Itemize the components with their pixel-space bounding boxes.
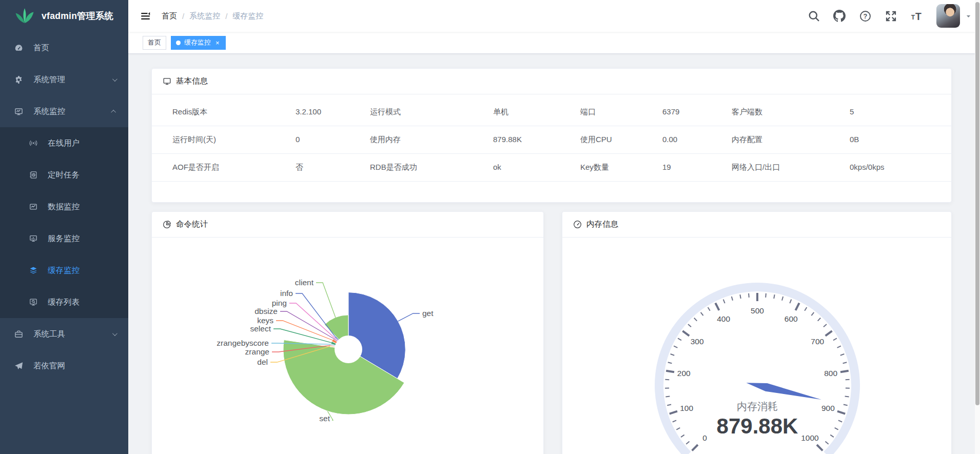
gauge-tick [818,318,821,321]
chevron-down-icon [112,76,117,82]
hamburger-icon[interactable] [141,11,150,21]
sidebar-item-label: 数据监控 [48,202,80,212]
sidebar-item-label: 系统工具 [33,329,65,340]
gauge-tick [835,428,838,430]
pie-leader-line [398,313,420,321]
fullscreen-button[interactable] [884,9,897,23]
info-value: 否 [275,163,349,172]
pie-slice-label: info [280,289,293,298]
user-menu[interactable] [936,4,972,28]
sidebar-item-label: 在线用户 [48,138,80,149]
gauge-tick [824,324,827,327]
gauge-tick [796,303,799,310]
chevron-down-icon [112,331,117,336]
pie-leader-line [316,283,336,318]
breadcrumb-item: 系统监控 [189,11,220,21]
gauge-tick [833,338,837,340]
command-pie-chart[interactable]: getsetdelzrangezrangebyscoreselectkeysdb… [152,238,543,454]
basic-info-card: 基本信息 Redis版本3.2.100运行模式单机端口6379客户端数5运行时间… [151,68,952,203]
tag-active[interactable]: 缓存监控× [171,36,226,50]
gauge-tick [708,307,710,311]
monitor-icon [163,77,171,86]
search-button[interactable] [807,9,820,23]
sidebar-item-data-monitor[interactable]: 数据监控 [0,191,128,223]
app-title: vfadmin管理系统 [42,10,113,22]
gauge-series-name: 内存消耗 [737,401,778,412]
main-area: 首页/系统监控/缓存监控 ?TT 首页缓存监控× 基本信息 Redis版本3.2… [128,0,980,454]
gauge-tick [678,338,681,340]
memory-info-title: 内存信息 [586,219,618,230]
gauge-tick-label: 600 [785,314,798,323]
paper-plane-icon [14,362,23,370]
pie-slice-label: set [319,414,330,423]
sidebar-item-system-tools[interactable]: 系统工具 [0,318,128,350]
gauge-tick [830,435,834,438]
gauge-tick [774,294,775,299]
pie-slice-label: dbsize [254,307,278,315]
sidebar-item-home[interactable]: 首页 [0,32,128,64]
breadcrumb-item: 缓存监控 [232,11,263,21]
pie-slice-label: del [257,358,268,366]
gauge-tick [837,346,841,347]
server-icon [29,234,37,243]
info-label: Redis版本 [152,107,275,117]
tag-item[interactable]: 首页 [143,36,166,50]
info-value: 0 [275,135,349,145]
info-value: 6379 [642,107,711,117]
gauge-tick [732,297,733,301]
gauge-tick [676,428,680,430]
sidebar-item-cache-list[interactable]: 缓存列表 [0,286,128,318]
fullscreen-icon [885,10,897,22]
gauge-tick [681,435,684,438]
github-button[interactable] [833,9,846,23]
chevron-up-icon [111,109,116,114]
pie-slice-label: client [295,278,314,287]
sidebar-item-ruoyi-site[interactable]: 若依官网 [0,350,128,382]
sidebar-item-scheduled-tasks[interactable]: 定时任务 [0,159,128,191]
sidebar-item-server-monitor[interactable]: 服务监控 [0,223,128,254]
memory-gauge-chart[interactable]: 01002003004005006007008009001000内存消耗879.… [562,238,951,454]
sidebar-item-label: 缓存列表 [48,297,80,308]
gauge-tick [692,445,698,450]
logo[interactable]: vfadmin管理系统 [0,0,128,32]
gauge-tick [845,397,849,397]
info-value: ok [473,163,560,172]
app-root: vfadmin管理系统 首页系统管理系统监控在线用户定时任务数据监控服务监控缓存… [0,0,980,454]
gauge-tick [840,354,845,356]
breadcrumb-item[interactable]: 首页 [162,11,177,21]
tag-label: 缓存监控 [184,38,211,47]
gear-icon [14,75,23,84]
gauge-tick [817,445,822,450]
sidebar-item-system-manage[interactable]: 系统管理 [0,64,128,95]
caret-down-icon [965,13,972,19]
pie-slice-label: get [422,309,434,318]
gauge-tick [826,331,832,335]
gauge-tick-label: 400 [717,314,730,323]
svg-text:T: T [911,13,915,21]
info-value: 0kps/0kps [829,163,951,172]
gauge-tick [665,397,670,397]
sidebar-item-online-users[interactable]: 在线用户 [0,127,128,159]
gauge-tick-label: 500 [751,306,764,315]
scrollbar-thumb[interactable] [975,2,979,405]
sidebar-item-cache-monitor[interactable]: 缓存监控 [0,254,128,286]
gauge-tick [790,300,791,304]
user-avatar[interactable] [936,4,960,28]
gauge-tick-label: 300 [691,337,704,346]
redis-info-table: Redis版本3.2.100运行模式单机端口6379客户端数5运行时间(天)0使… [152,98,951,182]
font-size-icon: TT [911,10,923,22]
command-stats-title: 命令统计 [176,219,208,230]
gauge-tick [843,362,847,363]
pie-leader-line [273,329,331,343]
gauge-tick-label: 900 [821,404,835,412]
font-size-button[interactable]: TT [910,9,923,23]
help-button[interactable]: ? [858,9,872,23]
navbar-icons: ?TT [807,9,923,23]
tag-close-icon[interactable]: × [214,39,221,47]
command-stats-header: 命令统计 [152,212,543,238]
gauge-tick [670,411,677,414]
page-scrollbar[interactable] [975,0,980,454]
broadcast-icon [29,139,37,147]
sidebar-item-system-monitor[interactable]: 系统监控 [0,95,128,127]
svg-text:T: T [915,10,922,22]
